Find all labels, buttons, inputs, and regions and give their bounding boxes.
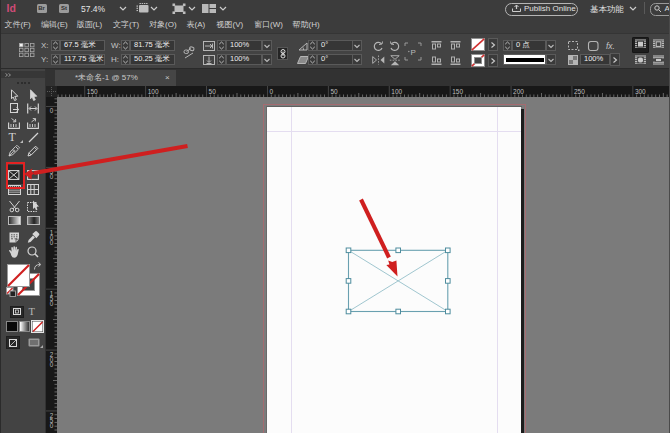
svg-text:0: 0 [50, 422, 54, 429]
svg-text:P: P [411, 48, 416, 57]
svg-text:0: 0 [270, 88, 274, 95]
svg-text:0: 0 [50, 239, 54, 246]
svg-text:100: 100 [391, 88, 402, 95]
svg-text:0: 0 [50, 107, 54, 114]
svg-text:0: 0 [50, 361, 54, 368]
svg-text:200: 200 [513, 88, 524, 95]
svg-text:100: 100 [148, 88, 159, 95]
svg-text:300: 300 [635, 88, 646, 95]
svg-text:50: 50 [209, 88, 217, 95]
svg-text:150: 150 [87, 88, 98, 95]
svg-text:250: 250 [574, 88, 585, 95]
svg-text:150: 150 [452, 88, 463, 95]
svg-text:50: 50 [330, 88, 338, 95]
svg-text:0: 0 [50, 300, 54, 307]
